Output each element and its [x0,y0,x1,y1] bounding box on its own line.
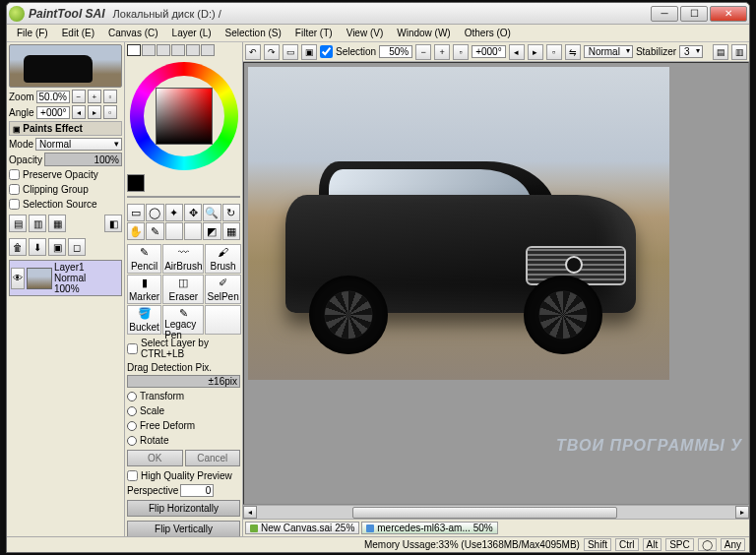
transparent-icon[interactable]: ▦ [222,222,240,240]
layer-mask-icon[interactable]: ◧ [104,215,122,232]
layer-item[interactable]: 👁 Layer1 Normal 100% [9,260,122,296]
select-layer-ctrl-check[interactable]: Select Layer by CTRL+LB [127,337,240,360]
toolbar-rotate-reset-icon[interactable]: ▫ [546,44,562,60]
eyedropper-tool[interactable]: ✎ [146,222,163,240]
ok-button[interactable]: OK [127,450,183,466]
opacity-slider[interactable]: 100% [44,153,122,166]
mixer-icon[interactable] [171,44,185,56]
new-linework-icon[interactable]: ▥ [29,215,46,232]
tab-new-canvas[interactable]: New Canvas.sai25% [245,522,359,534]
flatten-icon[interactable]: ▣ [48,238,66,256]
preserve-opacity-check[interactable]: Preserve Opacity [9,168,122,181]
color-wheel[interactable] [130,62,238,170]
perspective-value[interactable]: 0 [180,484,214,497]
lasso-tool[interactable]: ◯ [146,204,163,221]
selection-check[interactable] [320,45,333,58]
toolbar-rotate-ccw-icon[interactable]: ◂ [509,44,525,60]
zoom-reset-button[interactable]: ▫ [103,90,117,103]
scale-radio[interactable]: Scale [127,404,240,417]
flip-horizontal-button[interactable]: Flip Horizontally [127,500,240,517]
brush-eraser[interactable]: ◫Eraser [162,275,204,304]
new-folder-icon[interactable]: ▦ [48,215,66,232]
drag-detection-slider[interactable]: ±16pix [127,375,240,388]
navigator-thumbnail[interactable] [9,44,122,88]
stabilizer-select[interactable]: 3 [679,45,703,58]
invert-icon[interactable]: ▣ [301,44,317,60]
toolbar-extra2-icon[interactable]: ▥ [731,44,747,60]
fg-bg-swap-icon[interactable]: ◩ [203,222,220,240]
menu-edit[interactable]: Edit (E) [56,27,100,39]
new-layer-icon[interactable]: ▤ [9,215,27,232]
brush-brush[interactable]: 🖌Brush [205,244,240,274]
toolbar-zoom-out-icon[interactable]: − [415,44,431,60]
menu-filter[interactable]: Filter (T) [289,27,339,39]
move-tool[interactable]: ✥ [184,204,202,221]
menu-others[interactable]: Others (O) [459,27,517,39]
zoom-out-button[interactable]: − [72,90,86,103]
brush-selpen[interactable]: ✐SelPen [205,275,240,304]
minimize-button[interactable]: ─ [651,6,678,22]
titlebar[interactable]: PaintTool SAI Локальный диск (D:) / ─ ☐ … [7,3,749,25]
hsv-slider-icon[interactable] [157,44,170,56]
angle-reset-button[interactable]: ▫ [103,105,117,119]
tab-mercedes[interactable]: mercedes-ml63-am...50% [361,522,497,534]
scroll-right-icon[interactable]: ▸ [735,506,749,519]
clear-layer-icon[interactable]: ◻ [68,238,86,256]
horizontal-scrollbar[interactable]: ◂ ▸ [243,505,749,519]
redo-icon[interactable]: ↷ [264,44,280,60]
undo-icon[interactable]: ↶ [245,44,261,60]
rotate-radio[interactable]: Rotate [127,434,240,447]
brush-bucket[interactable]: 🪣Bucket [127,305,161,335]
menu-selection[interactable]: Selection (S) [220,27,287,39]
blend-mode-select[interactable]: Normal [35,138,122,151]
menu-window[interactable]: Window (W) [391,27,456,39]
angle-cw-button[interactable]: ▸ [88,105,101,119]
texture-panel[interactable] [127,196,240,198]
menu-file[interactable]: File (F) [11,27,54,39]
toolbar-extra1-icon[interactable]: ▤ [713,44,728,60]
clipping-group-check[interactable]: Clipping Group [9,183,122,196]
deselect-icon[interactable]: ▭ [283,44,298,60]
paints-effect-header[interactable]: Paints Effect [9,121,122,136]
rgb-slider-icon[interactable] [142,44,156,56]
rect-select-tool[interactable]: ▭ [127,204,145,221]
color-wheel-icon[interactable] [127,44,141,56]
zoom-tool[interactable]: 🔍 [203,204,220,221]
toolbar-zoom-in-icon[interactable]: + [434,44,450,60]
rotate-tool[interactable]: ↻ [222,204,240,221]
close-button[interactable]: ✕ [710,6,747,22]
hand-tool[interactable]: ✋ [127,222,145,240]
scroll-thumb[interactable] [257,506,735,519]
free-deform-radio[interactable]: Free Deform [127,419,240,432]
cancel-button[interactable]: Cancel [185,450,241,466]
transform-radio[interactable]: Transform [127,390,240,402]
menu-canvas[interactable]: Canvas (C) [102,27,164,39]
toolbar-blend-select[interactable]: Normal [584,45,633,58]
menu-view[interactable]: View (V) [341,27,390,39]
brush-airbrush[interactable]: 〰AirBrush [162,244,204,274]
foreground-swatch[interactable] [127,174,145,192]
toolbar-zoom-fit-icon[interactable]: ▫ [453,44,469,60]
flip-vertical-button[interactable]: Flip Vertically [127,521,240,536]
zoom-in-button[interactable]: + [88,90,101,103]
delete-layer-icon[interactable]: 🗑 [9,238,27,256]
toolbar-angle[interactable]: +000° [472,45,506,58]
merge-down-icon[interactable]: ⬇ [29,238,46,256]
scratchpad-icon[interactable] [201,44,215,56]
swatches-icon[interactable] [186,44,200,56]
angle-ccw-button[interactable]: ◂ [72,105,86,119]
toolbar-rotate-cw-icon[interactable]: ▸ [528,44,543,60]
toolbar-flip-icon[interactable]: ⇋ [565,44,581,60]
zoom-value[interactable]: 50.0% [36,91,70,103]
canvas-area[interactable]: ТВОИ ПРОГРАММЫ У [243,62,749,505]
brush-pencil[interactable]: ✎Pencil [127,244,161,274]
layer-visible-icon[interactable]: 👁 [11,268,25,289]
angle-value[interactable]: +000° [36,106,70,119]
hq-preview-check[interactable]: High Quality Preview [127,469,240,482]
brush-legacypen[interactable]: ✎Legacy Pen [162,305,204,335]
toolbar-zoom[interactable]: 50% [379,45,412,58]
magic-wand-tool[interactable]: ✦ [165,204,183,221]
selection-source-check[interactable]: Selection Source [9,198,122,211]
brush-marker[interactable]: ▮Marker [127,275,161,304]
menu-layer[interactable]: Layer (L) [166,27,218,39]
